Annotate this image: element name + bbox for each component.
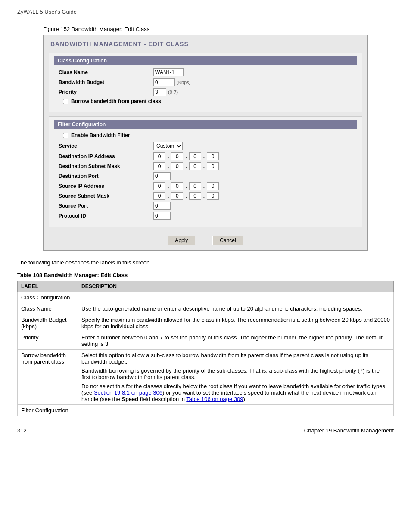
page-number: 312 xyxy=(17,427,27,434)
class-config-section: Class Configuration Class Name Bandwidth… xyxy=(49,53,362,112)
borrow-bandwidth-row: Borrow bandwidth from parent class xyxy=(54,98,357,104)
borrow-bandwidth-label: Borrow bandwidth from parent class xyxy=(71,98,161,104)
dest-mask-2[interactable] xyxy=(171,162,183,170)
row-label: Bandwidth Budget (kbps) xyxy=(18,314,78,332)
dest-mask-row: Destination Subnet Mask . . . xyxy=(54,162,357,170)
link-section-1981[interactable]: Section 19.8.1 on page 306 xyxy=(94,389,162,396)
priority-label: Priority xyxy=(59,89,153,95)
apply-button[interactable]: Apply xyxy=(168,236,195,245)
service-field-area: Custom xyxy=(153,142,183,150)
row-description xyxy=(78,405,394,416)
enable-filter-checkbox[interactable] xyxy=(63,133,68,138)
src-ip-field: . . . xyxy=(153,182,219,190)
borrow-bandwidth-checkbox[interactable] xyxy=(63,99,68,104)
src-ip-3[interactable] xyxy=(189,182,201,190)
row-description: Use the auto-generated name or enter a d… xyxy=(78,303,394,314)
table-row: Priority Enter a number between 0 and 7 … xyxy=(18,332,394,350)
dest-port-field xyxy=(153,172,171,180)
ui-panel: BANDWIDTH MANAGEMENT - EDIT CLASS Class … xyxy=(43,35,368,251)
row-label: Filter Configuration xyxy=(18,405,78,416)
src-mask-row: Source Subnet Mask . . . xyxy=(54,192,357,200)
dest-port-input[interactable] xyxy=(153,172,171,180)
figure-caption-text: Bandwidth Manager: Edit Class xyxy=(70,26,149,32)
enable-filter-row: Enable Bandwidth Filter xyxy=(54,132,357,138)
table-header-label: LABEL xyxy=(18,281,78,292)
link-table-106[interactable]: Table 106 on page 309 xyxy=(186,396,243,402)
figure-caption-bold: Figure 152 xyxy=(43,26,70,32)
dest-mask-label: Destination Subnet Mask xyxy=(59,163,153,169)
cancel-button[interactable]: Cancel xyxy=(212,236,243,245)
row-description xyxy=(78,292,394,303)
panel-title: BANDWIDTH MANAGEMENT - EDIT CLASS xyxy=(49,40,362,47)
filter-config-section: Filter Configuration Enable Bandwidth Fi… xyxy=(49,116,362,227)
borrow-desc-2: Bandwidth borrowing is governed by the p… xyxy=(81,367,390,380)
dest-ip-2[interactable] xyxy=(171,152,183,160)
src-mask-1[interactable] xyxy=(153,192,165,200)
bandwidth-budget-row: Bandwidth Budget (Kbps) xyxy=(54,78,357,86)
dest-ip-3[interactable] xyxy=(189,152,201,160)
protocol-id-input[interactable] xyxy=(153,212,171,220)
src-ip-2[interactable] xyxy=(171,182,183,190)
src-port-row: Source Port xyxy=(54,202,357,210)
src-port-label: Source Port xyxy=(59,203,153,209)
dest-ip-4[interactable] xyxy=(207,152,219,160)
src-ip-1[interactable] xyxy=(153,182,165,190)
dest-port-label: Destination Port xyxy=(59,173,153,179)
table-caption: Table 108 Bandwidth Manager: Edit Class xyxy=(17,272,394,278)
table-row: Filter Configuration xyxy=(18,405,394,416)
src-port-input[interactable] xyxy=(153,202,171,210)
chapter-title: Chapter 19 Bandwidth Management xyxy=(304,427,394,434)
priority-row: Priority (0-7) xyxy=(54,88,357,96)
protocol-id-row: Protocol ID xyxy=(54,212,357,220)
dest-ip-label: Destination IP Address xyxy=(59,153,153,159)
bandwidth-budget-input[interactable] xyxy=(153,78,175,86)
table-row: Borrow bandwidth from parent class Selec… xyxy=(18,350,394,405)
protocol-id-field xyxy=(153,212,171,220)
dest-ip-1[interactable] xyxy=(153,152,165,160)
table-header-description: DESCRIPTION xyxy=(78,281,394,292)
src-port-field xyxy=(153,202,171,210)
borrow-desc-1: Select this option to allow a sub-class … xyxy=(81,352,390,365)
enable-filter-label: Enable Bandwidth Filter xyxy=(71,132,130,138)
src-ip-label: Source IP Address xyxy=(59,183,153,189)
filter-section-header: Filter Configuration xyxy=(54,120,357,129)
src-ip-4[interactable] xyxy=(207,182,219,190)
src-mask-label: Source Subnet Mask xyxy=(59,193,153,199)
row-label: Borrow bandwidth from parent class xyxy=(18,350,78,405)
figure-caption: Figure 152 Bandwidth Manager: Edit Class xyxy=(43,26,394,32)
table-row: Class Name Use the auto-generated name o… xyxy=(18,303,394,314)
protocol-id-label: Protocol ID xyxy=(59,213,153,219)
row-description: Specify the maximum bandwidth allowed fo… xyxy=(78,314,394,332)
class-section-header: Class Configuration xyxy=(54,56,357,65)
row-label: Class Name xyxy=(18,303,78,314)
row-description: Enter a number between 0 and 7 to set th… xyxy=(78,332,394,350)
src-mask-field: . . . xyxy=(153,192,219,200)
service-label: Service xyxy=(59,143,153,149)
src-mask-4[interactable] xyxy=(207,192,219,200)
row-label: Class Configuration xyxy=(18,292,78,303)
class-name-label: Class Name xyxy=(59,69,153,75)
src-ip-row: Source IP Address . . . xyxy=(54,182,357,190)
dest-mask-3[interactable] xyxy=(189,162,201,170)
src-mask-3[interactable] xyxy=(189,192,201,200)
class-name-row: Class Name xyxy=(54,68,357,76)
table-row: Class Configuration xyxy=(18,292,394,303)
table-row: Bandwidth Budget (kbps) Specify the maxi… xyxy=(18,314,394,332)
class-name-input[interactable] xyxy=(153,68,184,76)
src-mask-2[interactable] xyxy=(171,192,183,200)
table-caption-bold: Table 108 xyxy=(17,272,42,278)
speed-bold: Speed xyxy=(121,396,138,402)
dest-ip-row: Destination IP Address . . . xyxy=(54,152,357,160)
page-footer: 312 Chapter 19 Bandwidth Management xyxy=(17,425,394,434)
description-table: LABEL DESCRIPTION Class Configuration Cl… xyxy=(17,281,394,416)
dest-mask-1[interactable] xyxy=(153,162,165,170)
description-text: The following table describes the labels… xyxy=(17,259,394,266)
header-title: ZyWALL 5 User's Guide xyxy=(17,9,77,15)
button-row: Apply Cancel xyxy=(49,232,362,245)
dest-mask-4[interactable] xyxy=(207,162,219,170)
priority-input[interactable] xyxy=(153,88,166,96)
service-select[interactable]: Custom xyxy=(153,142,183,150)
dest-port-row: Destination Port xyxy=(54,172,357,180)
borrow-desc-3: Do not select this for the classes direc… xyxy=(81,383,390,402)
row-description-borrow: Select this option to allow a sub-class … xyxy=(78,350,394,405)
